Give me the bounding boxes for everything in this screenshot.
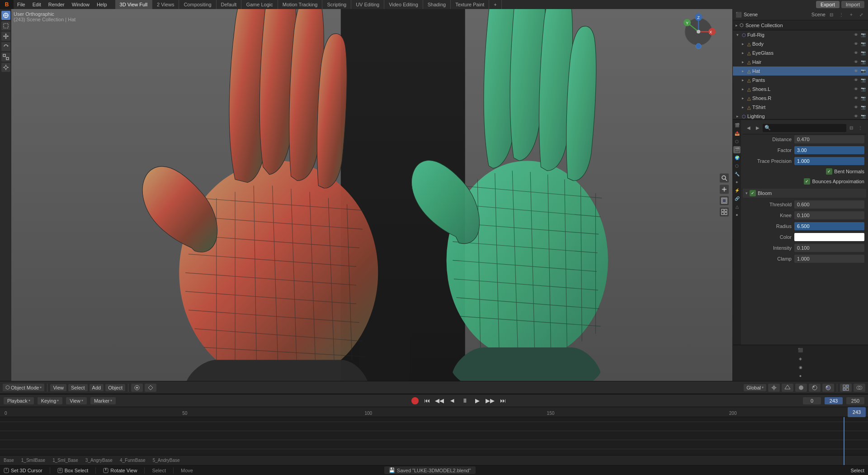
outliner-item-pants[interactable]: ▸ △ Pants 👁 📷 xyxy=(733,76,868,85)
hand-pan-icon[interactable] xyxy=(720,185,729,194)
transform-pivot-btn[interactable] xyxy=(768,384,780,392)
prop-search[interactable]: 🔍 xyxy=(763,124,846,132)
rotate-tool[interactable] xyxy=(1,42,10,51)
tab-motion-tracking[interactable]: Motion Tracking xyxy=(278,0,323,9)
item-visible-btn[interactable]: 👁 xyxy=(853,59,859,65)
shading-rendered-btn[interactable] xyxy=(822,384,834,392)
prop-tab-output[interactable]: 📤 xyxy=(733,130,741,137)
tab-add[interactable]: + xyxy=(489,0,501,9)
prop-nav-forward[interactable]: ▶ xyxy=(754,124,762,132)
play-btn[interactable]: ▶ xyxy=(473,396,482,405)
tab-3d-view-full[interactable]: 3D View Full xyxy=(115,0,153,9)
outliner-item-full-rig[interactable]: ▾ ⬡ Full-Rig 👁 📷 xyxy=(733,30,868,39)
tab-scripting[interactable]: Scripting xyxy=(322,0,351,9)
import-button[interactable]: Import xyxy=(841,1,864,8)
outliner-item-shoes-r[interactable]: ▸ △ Shoes.R 👁 📷 xyxy=(733,94,868,103)
prop-tab-world[interactable]: 🌍 xyxy=(733,154,741,162)
tab-shading[interactable]: Shading xyxy=(423,0,451,9)
jump-start-btn[interactable]: ⏮ xyxy=(422,396,431,405)
outliner-menu-icon[interactable]: ⋮ xyxy=(837,10,845,19)
object-menu-btn[interactable]: Object xyxy=(105,384,125,391)
prop-tab-extra-4[interactable]: ● xyxy=(797,372,804,380)
tab-compositing[interactable]: Compositing xyxy=(179,0,216,9)
item-render-btn[interactable]: 📷 xyxy=(860,68,866,74)
step-forward-btn[interactable]: ▶▶ xyxy=(486,396,495,405)
prop-tab-view-layer[interactable]: ⬡ xyxy=(733,138,741,145)
prop-more-icon[interactable]: ⋮ xyxy=(856,124,864,132)
prop-tab-scene[interactable]: 🎬 xyxy=(733,146,741,153)
prop-tab-physics[interactable]: ⚡ xyxy=(733,187,741,194)
prop-factor-value[interactable]: 3.00 xyxy=(794,146,864,154)
outliner-item-hair[interactable]: ▸ △ Hair 👁 📷 xyxy=(733,57,868,66)
item-render-btn[interactable]: 📷 xyxy=(860,113,866,119)
item-render-btn[interactable]: 📷 xyxy=(860,95,866,101)
outliner-filter-icon[interactable]: ⊟ xyxy=(827,10,835,19)
render-region-icon[interactable] xyxy=(720,196,729,205)
prop-bent-normals-checkbox[interactable]: ✓ xyxy=(826,168,832,175)
prop-tab-extra-2[interactable]: ◈ xyxy=(797,355,804,362)
prop-filter-icon[interactable]: ⊟ xyxy=(847,124,855,132)
playback-menu-btn[interactable]: Playback ▾ xyxy=(4,397,34,404)
outliner-maximize-icon[interactable]: ⤢ xyxy=(857,10,865,19)
viewport-grid-icon[interactable] xyxy=(720,208,729,217)
outliner-item-body[interactable]: ▸ △ Body 👁 📷 xyxy=(733,39,868,48)
object-mode-btn[interactable]: ⬡ Object Mode ▾ xyxy=(3,384,44,391)
prop-tab-data[interactable]: △ xyxy=(733,203,741,210)
item-visible-btn[interactable]: 👁 xyxy=(853,113,859,119)
item-render-btn[interactable]: 📷 xyxy=(860,41,866,47)
prop-tab-modifier[interactable]: 🔧 xyxy=(733,171,741,178)
prop-tab-extra-3[interactable]: ◉ xyxy=(797,364,804,371)
tab-default[interactable]: Default xyxy=(217,0,242,9)
prop-trace-precision-value[interactable]: 1.000 xyxy=(794,157,864,165)
shading-solid-btn[interactable] xyxy=(795,384,807,392)
bloom-section-header[interactable]: ▾ ✓ Bloom xyxy=(743,189,866,198)
prop-distance-value[interactable]: 0.470 xyxy=(794,135,864,143)
timeline-area[interactable]: 0 50 100 150 200 243 Base 1_ xyxy=(0,407,868,465)
select-menu-btn[interactable]: Select xyxy=(68,384,88,391)
prop-color-swatch[interactable] xyxy=(794,233,864,241)
prop-tab-material[interactable]: ● xyxy=(733,211,741,218)
shading-material-btn[interactable] xyxy=(809,384,821,392)
zoom-to-fit-icon[interactable] xyxy=(720,174,729,183)
move-tool[interactable] xyxy=(1,32,10,41)
prop-tab-extra-1[interactable]: ⬛ xyxy=(797,347,804,354)
item-render-btn[interactable]: 📷 xyxy=(860,32,866,38)
gizmo-widget[interactable]: X Y Z xyxy=(680,14,717,50)
bloom-checkbox[interactable]: ✓ xyxy=(750,190,756,196)
tab-texture-paint[interactable]: Texture Paint xyxy=(451,0,489,9)
tab-uv-editing[interactable]: UV Editing xyxy=(351,0,384,9)
menu-help[interactable]: Help xyxy=(93,0,111,9)
outliner-item-shoes-l[interactable]: ▸ △ Shoes.L 👁 📷 xyxy=(733,85,868,94)
shading-wireframe-btn[interactable] xyxy=(782,384,793,392)
step-back-btn[interactable]: ◀◀ xyxy=(435,396,444,405)
item-render-btn[interactable]: 📷 xyxy=(860,77,866,83)
cursor-tool[interactable] xyxy=(1,11,10,20)
record-button[interactable] xyxy=(411,397,419,404)
jump-end-btn[interactable]: ⏭ xyxy=(498,396,507,405)
overlay-btn[interactable] xyxy=(840,384,852,392)
prop-bounces-checkbox[interactable]: ✓ xyxy=(804,178,810,185)
timeline-frame-current[interactable]: 243 xyxy=(825,397,843,404)
menu-render[interactable]: Render xyxy=(45,0,68,9)
stop-btn[interactable]: ⏸ xyxy=(460,396,469,405)
menu-edit[interactable]: Edit xyxy=(29,0,45,9)
tab-video-editing[interactable]: Video Editing xyxy=(384,0,423,9)
item-render-btn[interactable]: 📷 xyxy=(860,86,866,92)
prop-radius-value[interactable]: 6.500 xyxy=(794,222,864,230)
xray-btn[interactable] xyxy=(854,384,865,392)
keying-menu-btn[interactable]: Keying ▾ xyxy=(38,397,63,404)
timeline-playhead[interactable] xyxy=(844,417,844,465)
outliner-item-eyeglass[interactable]: ▸ △ EyeGlass 👁 📷 xyxy=(733,48,868,57)
outliner-item-lighting[interactable]: ▸ ⬡ Lighting 👁 📷 xyxy=(733,112,868,120)
prop-tab-particles[interactable]: ✦ xyxy=(733,179,741,186)
item-visible-btn[interactable]: 👁 xyxy=(853,86,859,92)
global-transform-btn[interactable]: Global ▾ xyxy=(744,384,766,391)
viewport-canvas[interactable]: User Orthographic (243) Scene Collection… xyxy=(11,9,732,381)
item-visible-btn[interactable]: 👁 xyxy=(853,68,859,74)
menu-file[interactable]: File xyxy=(14,0,29,9)
item-visible-btn[interactable]: 👁 xyxy=(853,32,859,38)
prop-intensity-value[interactable]: 0.100 xyxy=(794,244,864,252)
item-visible-btn[interactable]: 👁 xyxy=(853,104,859,110)
view-menu-btn-tl[interactable]: View ▾ xyxy=(66,397,87,404)
view-menu-btn[interactable]: View xyxy=(50,384,66,391)
